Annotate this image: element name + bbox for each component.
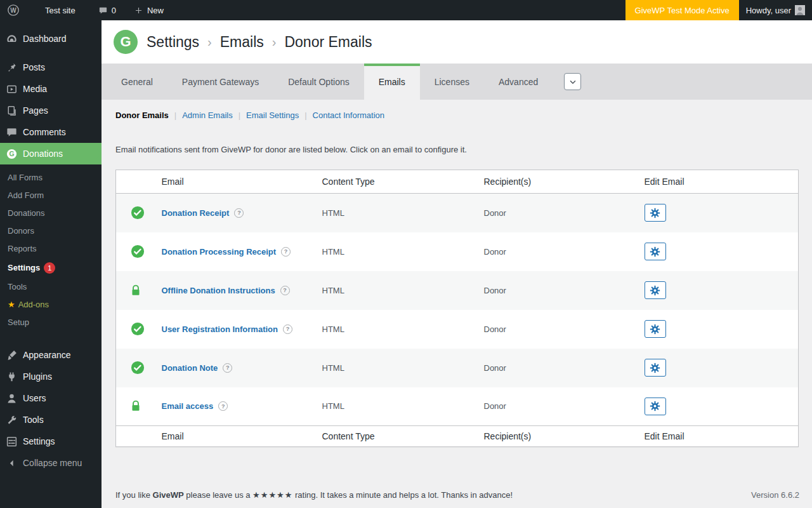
star-icon: ★	[8, 300, 15, 309]
breadcrumb-separator: ›	[272, 35, 277, 50]
edit-email-button[interactable]	[645, 281, 666, 299]
sidebar-item-dashboard[interactable]: Dashboard	[0, 28, 102, 50]
help-icon[interactable]	[283, 324, 292, 334]
status-enabled-icon	[131, 206, 149, 220]
sidebar-item-donations[interactable]: G Donations	[0, 143, 102, 164]
sidebar-item-appearance[interactable]: Appearance	[0, 344, 102, 366]
tab-payment-gateways[interactable]: Payment Gateways	[167, 64, 273, 100]
tab-emails[interactable]: Emails	[364, 64, 420, 100]
edit-email-button[interactable]	[645, 243, 666, 260]
email-name-link[interactable]: User Registration Information	[162, 324, 278, 334]
help-icon[interactable]	[281, 247, 291, 257]
submenu-item-tools[interactable]: Tools	[0, 278, 102, 296]
sidebar-item-pages[interactable]: Pages	[0, 100, 102, 121]
edit-email-button[interactable]	[645, 204, 666, 222]
submenu-item-setup[interactable]: Setup	[0, 314, 102, 331]
edit-email-button[interactable]	[645, 398, 666, 415]
breadcrumb-separator: ›	[207, 35, 212, 50]
pushpin-icon	[0, 62, 23, 74]
table-header-row: Email Content Type Recipient(s) Edit Ema…	[116, 170, 799, 194]
tab-licenses[interactable]: Licenses	[420, 64, 484, 100]
sidebar-item-label: Pages	[23, 105, 48, 116]
subnav-separator: |	[304, 110, 306, 121]
submenu-item-settings[interactable]: Settings1	[0, 258, 102, 278]
howdy-greeting: Howdy, user	[746, 6, 791, 15]
email-name-link[interactable]: Donation Receipt	[162, 208, 230, 218]
main-area: Settings › Emails › Donor Emails General…	[102, 20, 812, 508]
submenu-item-donors[interactable]: Donors	[0, 222, 102, 240]
admin-bar-right: GiveWP Test Mode Active Howdy, user	[625, 0, 812, 20]
five-stars-link[interactable]: ★★★★★	[252, 490, 292, 500]
page-content: Donor Emails | Admin Emails | Email Sett…	[102, 100, 812, 490]
breadcrumb-settings[interactable]: Settings	[147, 34, 199, 51]
submenu-item-all-forms[interactable]: All Forms	[0, 169, 102, 187]
submenu-item-add-form[interactable]: Add Form	[0, 187, 102, 204]
status-enabled-icon	[131, 322, 149, 336]
table-row: User Registration Information HTML Donor	[116, 310, 799, 349]
breadcrumb-emails[interactable]: Emails	[220, 34, 264, 51]
content-type-column-header: Content Type	[316, 170, 478, 194]
recipients-column-header: Recipient(s)	[478, 170, 638, 194]
admin-menu: Dashboard Posts Media Pages Commen	[0, 20, 102, 474]
tabs-overflow-button[interactable]	[564, 73, 581, 90]
sidebar-item-label: Donations	[23, 149, 63, 159]
help-icon[interactable]	[280, 286, 290, 295]
sidebar-item-tools[interactable]: Tools	[0, 409, 102, 431]
givewp-logo	[114, 30, 138, 54]
avatar	[795, 5, 805, 15]
subnav-contact-information[interactable]: Contact Information	[313, 110, 384, 121]
emails-table-wrap: Email Content Type Recipient(s) Edit Ema…	[115, 170, 799, 447]
settings-tab-bar: General Payment Gateways Default Options…	[102, 64, 812, 100]
collapse-menu-button[interactable]: Collapse menu	[0, 452, 102, 474]
rating-text-middle: please leave us a	[186, 490, 250, 500]
comments-count: 0	[112, 6, 116, 15]
admin-sidebar: Dashboard Posts Media Pages Commen	[0, 20, 102, 508]
admin-bar: W Test site 0 New GiveWP Test Mode Activ…	[0, 0, 812, 20]
admin-bar-left: W Test site 0 New	[0, 0, 171, 20]
recipients-cell: Donor	[478, 194, 638, 232]
admin-footer: If you like GiveWP please leave us a ★★★…	[102, 490, 812, 508]
sidebar-item-posts[interactable]: Posts	[0, 57, 102, 78]
givewp-test-mode-badge[interactable]: GiveWP Test Mode Active	[625, 0, 739, 20]
email-name-link[interactable]: Donation Note	[162, 363, 218, 373]
sidebar-item-users[interactable]: Users	[0, 387, 102, 409]
comments-item[interactable]: 0	[91, 0, 123, 20]
submenu-item-label: Add-ons	[18, 300, 49, 309]
help-icon[interactable]	[234, 208, 244, 218]
email-name-link[interactable]: Email access	[162, 401, 214, 411]
sidebar-item-comments[interactable]: Comments	[0, 121, 102, 143]
tab-general[interactable]: General	[107, 64, 167, 100]
subnav-separator: |	[239, 110, 240, 121]
help-icon[interactable]	[223, 363, 232, 373]
subnav-admin-emails[interactable]: Admin Emails	[182, 110, 232, 121]
my-account-item[interactable]: Howdy, user	[739, 0, 812, 20]
wordpress-logo-icon: W	[7, 4, 20, 17]
sidebar-item-label: Tools	[23, 415, 44, 425]
sidebar-item-media[interactable]: Media	[0, 78, 102, 100]
sidebar-item-plugins[interactable]: Plugins	[0, 366, 102, 387]
submenu-item-reports[interactable]: Reports	[0, 240, 102, 258]
submenu-item-add-ons[interactable]: ★Add-ons	[0, 296, 102, 314]
edit-email-button[interactable]	[645, 320, 666, 338]
tab-default-options[interactable]: Default Options	[273, 64, 364, 100]
site-name-item[interactable]: Test site	[38, 0, 82, 20]
email-name-link[interactable]: Offline Donation Instructions	[162, 286, 275, 295]
media-icon	[0, 83, 23, 95]
subnav-donor-emails[interactable]: Donor Emails	[115, 110, 169, 121]
gear-icon	[650, 401, 660, 411]
new-content-item[interactable]: New	[127, 0, 171, 20]
help-icon[interactable]	[218, 401, 228, 411]
comments-bubble-icon	[98, 6, 108, 15]
submenu-item-donations[interactable]: Donations	[0, 204, 102, 222]
wordpress-menu-item[interactable]: W	[0, 0, 27, 20]
subnav-email-settings[interactable]: Email Settings	[246, 110, 299, 121]
rating-text-suffix: rating. It takes a minute and helps a lo…	[295, 490, 513, 500]
email-name-link[interactable]: Donation Processing Receipt	[162, 247, 277, 257]
sidebar-item-settings[interactable]: Settings	[0, 431, 102, 452]
edit-email-button[interactable]	[645, 359, 666, 377]
sidebar-item-label: Settings	[23, 436, 55, 446]
edit-email-column-header: Edit Email	[638, 170, 799, 194]
recipients-column-footer: Recipient(s)	[478, 426, 638, 447]
gear-icon	[650, 208, 660, 218]
tab-advanced[interactable]: Advanced	[484, 64, 553, 100]
